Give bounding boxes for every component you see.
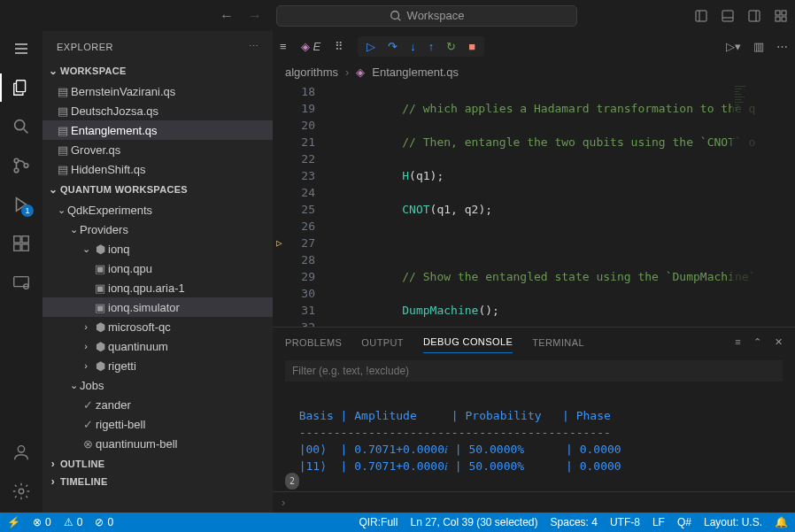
- job-item[interactable]: ✓rigetti-bell: [42, 414, 273, 434]
- file-icon: ▤: [55, 143, 71, 157]
- status-layout[interactable]: Layout: U.S.: [704, 516, 762, 528]
- chevron-right-icon: ›: [80, 341, 92, 351]
- command-center[interactable]: Workspace: [276, 5, 577, 27]
- file-tree: ▤BernsteinVazirani.qs ▤DeutschJozsa.qs ▤…: [42, 80, 273, 181]
- step-out-icon[interactable]: ↑: [428, 40, 435, 53]
- continue-icon[interactable]: ▷: [367, 40, 375, 53]
- svg-point-28: [19, 489, 24, 494]
- status-ports[interactable]: ⊘ 0: [95, 516, 113, 528]
- tree-target-selected[interactable]: ▣ionq.simulator: [42, 297, 273, 317]
- settings-icon[interactable]: [11, 481, 32, 502]
- tree-target[interactable]: ▣ionq.qpu: [42, 258, 273, 278]
- timeline-section[interactable]: ›TIMELINE: [42, 473, 273, 490]
- breadcrumb[interactable]: algorithms › ◈ Entanglement.qs: [273, 62, 795, 81]
- status-lang[interactable]: Q#: [677, 516, 691, 528]
- stop-icon[interactable]: ■: [468, 40, 475, 53]
- layout-bottom-icon[interactable]: [721, 9, 735, 23]
- tree-providers[interactable]: ⌄Providers: [42, 220, 273, 239]
- layout-grid-icon[interactable]: [774, 9, 788, 23]
- accounts-icon[interactable]: [11, 442, 32, 463]
- svg-rect-21: [14, 236, 20, 243]
- status-warnings[interactable]: ⚠ 0: [64, 516, 83, 528]
- fold-badge[interactable]: 2: [285, 473, 299, 490]
- bell-icon[interactable]: 🔔: [775, 516, 788, 528]
- step-over-icon[interactable]: ↷: [388, 40, 398, 53]
- repl-input[interactable]: ›: [273, 491, 795, 513]
- search-placeholder: Workspace: [407, 9, 465, 22]
- nav-forward-icon[interactable]: →: [248, 8, 262, 24]
- activity-bar: 1: [0, 31, 42, 513]
- split-icon[interactable]: ▥: [753, 40, 764, 53]
- panel-tabs: PROBLEMS OUTPUT DEBUG CONSOLE TERMINAL ≡…: [273, 328, 795, 357]
- code-content[interactable]: // which applies a Hadamard transformati…: [333, 81, 795, 327]
- tree-jobs[interactable]: ⌄Jobs: [42, 375, 273, 395]
- console-output[interactable]: Basis | Amplitude | Probability | Phase …: [273, 385, 795, 491]
- run-icon[interactable]: ▷▾: [726, 40, 741, 53]
- tab-problems[interactable]: PROBLEMS: [285, 332, 342, 353]
- tab-output[interactable]: OUTPUT: [361, 332, 404, 353]
- job-item[interactable]: ⊗quantinuum-bell: [42, 434, 273, 453]
- tree-target[interactable]: ▣ionq.qpu.aria-1: [42, 278, 273, 297]
- quantum-section[interactable]: ⌄ QUANTUM WORKSPACES: [42, 181, 273, 198]
- nav-back-icon[interactable]: ←: [220, 8, 234, 24]
- package-icon: ⬢: [92, 359, 108, 373]
- console-filter-input[interactable]: [285, 360, 783, 382]
- status-encoding[interactable]: UTF-8: [610, 516, 640, 528]
- tree-ionq[interactable]: ⌄⬢ionq: [42, 239, 273, 258]
- menu-icon[interactable]: [11, 38, 32, 59]
- target-icon: ▣: [92, 301, 108, 314]
- file-item[interactable]: ▤DeutschJozsa.qs: [42, 101, 273, 120]
- code-editor[interactable]: 181920212223242526 ▷27 2829303132 // whi…: [273, 81, 795, 327]
- run-debug-icon[interactable]: 1: [11, 194, 32, 215]
- svg-rect-15: [17, 81, 26, 92]
- file-icon: ▤: [55, 85, 71, 98]
- workspace-section[interactable]: ⌄ WORKSPACE: [42, 62, 273, 80]
- search-activity-icon[interactable]: [11, 116, 32, 137]
- file-icon: ▤: [55, 104, 71, 118]
- extensions-icon[interactable]: [11, 233, 32, 254]
- status-eol[interactable]: LF: [652, 516, 665, 528]
- editor-more-icon[interactable]: ⋯: [776, 40, 788, 53]
- file-item[interactable]: ▤Grover.qs: [42, 140, 273, 159]
- tab-terminal[interactable]: TERMINAL: [532, 332, 584, 353]
- file-item-active[interactable]: ▤Entanglement.qs: [42, 120, 273, 140]
- status-bar: ⚡ ⊗ 0 ⚠ 0 ⊘ 0 QIR:Full Ln 27, Col 39 (30…: [0, 513, 795, 532]
- status-qir[interactable]: QIR:Full: [359, 516, 398, 528]
- source-control-icon[interactable]: [11, 155, 32, 176]
- file-item[interactable]: ▤BernsteinVazirani.qs: [42, 81, 273, 101]
- step-into-icon[interactable]: ↓: [410, 40, 416, 53]
- chevron-down-icon: ⌄: [55, 204, 67, 216]
- status-spaces[interactable]: Spaces: 4: [551, 516, 598, 528]
- file-icon: ▤: [55, 163, 71, 176]
- status-position[interactable]: Ln 27, Col 39 (30 selected): [410, 516, 537, 528]
- explorer-icon[interactable]: [11, 77, 32, 98]
- outline-section[interactable]: ›OUTLINE: [42, 455, 273, 473]
- tab-debug-console[interactable]: DEBUG CONSOLE: [423, 331, 513, 353]
- svg-rect-8: [776, 11, 780, 15]
- target-icon: ▣: [92, 281, 108, 295]
- breakpoint-icon[interactable]: ▷: [276, 235, 282, 251]
- debug-controls: ▷ ↷ ↓ ↑ ↻ ■: [358, 36, 484, 57]
- layout-right-icon[interactable]: [747, 9, 761, 23]
- minimap[interactable]: ▬▬▬▬▬▬▬▬▬▬ ▬▬▬▬▬▬▬ ▬▬▬▬ ▬▬▬▬▬▬ ▬▬▬▬▬▬▬▬▬…: [731, 81, 795, 327]
- chevron-right-icon: ›: [46, 475, 60, 488]
- layout-left-icon[interactable]: [694, 9, 708, 23]
- tree-provider[interactable]: ›⬢rigetti: [42, 356, 273, 375]
- list-icon[interactable]: ⠿: [335, 40, 343, 53]
- file-item[interactable]: ▤HiddenShift.qs: [42, 159, 273, 179]
- menu-toggle-icon[interactable]: ≡: [280, 40, 287, 53]
- job-item[interactable]: ✓zander: [42, 395, 273, 414]
- panel-settings-icon[interactable]: ≡: [735, 336, 741, 348]
- panel-close-icon[interactable]: ✕: [775, 336, 783, 348]
- remote-explorer-icon[interactable]: [11, 272, 32, 293]
- status-errors[interactable]: ⊗ 0: [33, 516, 51, 528]
- tree-provider[interactable]: ›⬢quantinuum: [42, 336, 273, 356]
- editor-tab[interactable]: ◈E: [296, 38, 327, 55]
- chevron-down-icon: ⌄: [67, 380, 80, 391]
- restart-icon[interactable]: ↻: [446, 40, 456, 53]
- remote-indicator[interactable]: ⚡: [7, 516, 20, 528]
- tree-provider[interactable]: ›⬢microsoft-qc: [42, 317, 273, 336]
- tree-root[interactable]: ⌄QdkExperiments: [42, 200, 273, 220]
- panel-maximize-icon[interactable]: ⌃: [753, 336, 761, 348]
- more-icon[interactable]: ⋯: [249, 41, 259, 52]
